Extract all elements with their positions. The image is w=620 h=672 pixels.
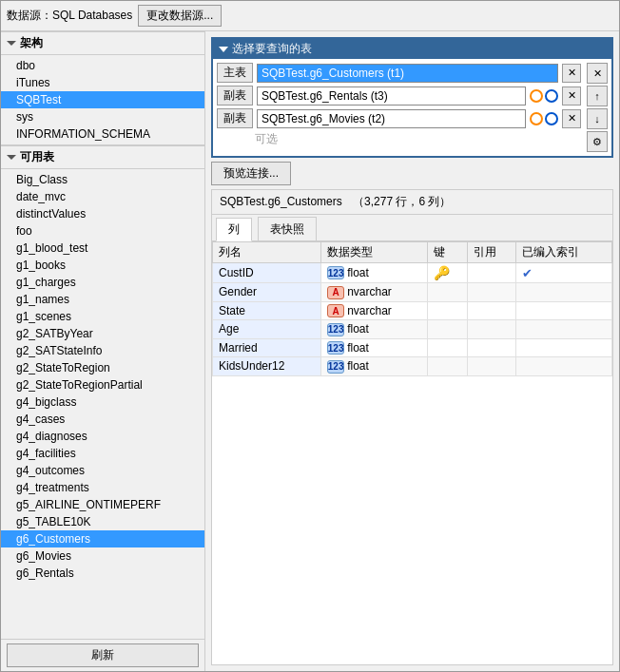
table-item-g4-treatments[interactable]: g4_treatments bbox=[1, 479, 204, 496]
sub-table-row-2: 副表 SQBTest.g6_Movies (t2) ✕ bbox=[217, 108, 581, 128]
main-table-name: SQBTest.g6_Customers (t1) bbox=[257, 64, 558, 83]
sub-table-name-2: SQBTest.g6_Movies (t2) bbox=[257, 109, 526, 128]
table-item-g2-satstateinfo[interactable]: g2_SATStateInfo bbox=[1, 342, 204, 359]
col-key-married bbox=[427, 338, 467, 357]
table-list: Big_Class date_mvc distinctValues foo g1… bbox=[1, 169, 204, 639]
main-table-row: 主表 SQBTest.g6_Customers (t1) ✕ bbox=[217, 63, 581, 83]
table-item-foo[interactable]: foo bbox=[1, 222, 204, 240]
check-icon: ✔ bbox=[522, 266, 533, 280]
table-info-title: SQBTest.g6_Customers bbox=[220, 195, 342, 208]
col-ref-state bbox=[467, 301, 515, 320]
table-item-big-class[interactable]: Big_Class bbox=[1, 171, 204, 188]
table-item-g1-blood-test[interactable]: g1_blood_test bbox=[1, 240, 204, 257]
col-indexed-custid: ✔ bbox=[515, 263, 611, 283]
table-item-g5-airline[interactable]: g5_AIRLINE_ONTIMEPERF bbox=[1, 496, 204, 513]
table-item-g1-charges[interactable]: g1_charges bbox=[1, 274, 204, 291]
numeric-type-icon: 123 bbox=[327, 360, 344, 374]
table-item-g4-diagnoses[interactable]: g4_diagnoses bbox=[1, 428, 204, 445]
col-header-ref: 引用 bbox=[467, 242, 515, 263]
sub-table-2-close-btn[interactable]: ✕ bbox=[562, 109, 581, 128]
sub-table-btn-2[interactable]: 副表 bbox=[217, 108, 253, 128]
action-btn-up[interactable]: ↑ bbox=[587, 86, 608, 106]
refresh-btn-container: 刷新 bbox=[1, 639, 204, 671]
col-ref-age bbox=[467, 320, 515, 339]
col-key-kidsunder12 bbox=[427, 357, 467, 376]
col-header-indexed: 已编入索引 bbox=[515, 242, 611, 263]
refresh-button[interactable]: 刷新 bbox=[7, 643, 199, 667]
blue-circle-icon-1 bbox=[545, 89, 558, 103]
table-info-header: SQBTest.g6_Customers （3,277 行，6 列） bbox=[212, 190, 612, 215]
table-item-g2-satbyyear[interactable]: g2_SATByYear bbox=[1, 325, 204, 342]
table-section-label: 可用表 bbox=[20, 149, 54, 165]
table-item-g4-facilities[interactable]: g4_facilities bbox=[1, 445, 204, 462]
sub-table-1-close-btn[interactable]: ✕ bbox=[562, 86, 581, 106]
table-select-triangle-icon bbox=[219, 47, 228, 52]
main-table-btn[interactable]: 主表 bbox=[217, 63, 253, 83]
change-datasource-button[interactable]: 更改数据源... bbox=[138, 5, 222, 27]
sub-table-row-1: 副表 SQBTest.g6_Rentals (t3) ✕ bbox=[217, 86, 581, 106]
col-header-type: 数据类型 bbox=[321, 242, 428, 263]
schema-item-sys[interactable]: sys bbox=[1, 108, 204, 125]
col-type-custid: 123float bbox=[321, 263, 428, 283]
tab-columns[interactable]: 列 bbox=[216, 218, 252, 241]
numeric-type-icon: 123 bbox=[327, 341, 344, 355]
col-key-age bbox=[427, 320, 467, 339]
col-type-age: 123float bbox=[321, 320, 428, 339]
top-bar: 数据源：SQL Databases 更改数据源... bbox=[1, 1, 619, 31]
table-item-g5-table10k[interactable]: g5_TABLE10K bbox=[1, 513, 204, 530]
table-item-g6-rentals[interactable]: g6_Rentals bbox=[1, 565, 204, 582]
table-info-tabs: 列 表快照 bbox=[212, 215, 612, 241]
key-icon: 🔑 bbox=[434, 265, 450, 280]
table-item-g4-outcomes[interactable]: g4_outcomes bbox=[1, 462, 204, 479]
col-name-kidsunder12: KidsUnder12 bbox=[213, 357, 321, 376]
table-section-header: 可用表 bbox=[1, 145, 204, 169]
schema-item-information-schema[interactable]: INFORMATION_SCHEMA bbox=[1, 125, 204, 143]
sub-table-btn-1[interactable]: 副表 bbox=[217, 86, 253, 106]
table-item-g4-cases[interactable]: g4_cases bbox=[1, 411, 204, 428]
schema-section-header: 架构 bbox=[1, 31, 204, 55]
col-indexed-gender bbox=[515, 283, 611, 302]
table-item-g6-movies[interactable]: g6_Movies bbox=[1, 547, 204, 565]
sub-table-name-1: SQBTest.g6_Rentals (t3) bbox=[257, 86, 526, 106]
col-name-custid: CustID bbox=[213, 263, 321, 283]
table-item-g2-statetoregionpartial[interactable]: g2_StateToRegionPartial bbox=[1, 376, 204, 394]
tab-snapshot[interactable]: 表快照 bbox=[258, 217, 317, 240]
schema-list: dbo iTunes SQBTest sys INFORMATION_SCHEM… bbox=[1, 55, 204, 145]
col-key-gender bbox=[427, 283, 467, 302]
col-indexed-kidsunder12 bbox=[515, 357, 611, 376]
table-select-header: 选择要查询的表 bbox=[213, 39, 611, 59]
table-item-g1-names[interactable]: g1_names bbox=[1, 291, 204, 308]
column-table: 列名 数据类型 键 引用 已编入索引 CustID123float🔑✔Gende… bbox=[212, 241, 612, 376]
action-btn-down[interactable]: ↓ bbox=[587, 108, 608, 129]
table-triangle-icon bbox=[7, 155, 16, 160]
table-item-g4-bigclass[interactable]: g4_bigclass bbox=[1, 394, 204, 411]
col-key-custid: 🔑 bbox=[427, 263, 467, 283]
column-table-container: 列名 数据类型 键 引用 已编入索引 CustID123float🔑✔Gende… bbox=[212, 241, 612, 664]
table-item-date-mvc[interactable]: date_mvc bbox=[1, 188, 204, 205]
table-item-g1-books[interactable]: g1_books bbox=[1, 257, 204, 274]
col-name-age: Age bbox=[213, 320, 321, 339]
action-btn-gear[interactable]: ⚙ bbox=[587, 131, 608, 152]
sub-table-1-icons bbox=[530, 89, 558, 103]
table-select-area: 选择要查询的表 主表 SQBTest.g6_Customers (t1) ✕ 副… bbox=[211, 37, 613, 158]
schema-item-sqbtest[interactable]: SQBTest bbox=[1, 91, 204, 108]
col-name-gender: Gender bbox=[213, 283, 321, 302]
right-panel: 选择要查询的表 主表 SQBTest.g6_Customers (t1) ✕ 副… bbox=[205, 31, 619, 671]
table-item-g2-statetoregion[interactable]: g2_StateToRegion bbox=[1, 359, 204, 376]
col-type-married: 123float bbox=[321, 338, 428, 357]
col-header-key: 键 bbox=[427, 242, 467, 263]
col-name-married: Married bbox=[213, 338, 321, 357]
optional-label: 可选 bbox=[217, 131, 278, 147]
col-type-gender: Anvarchar bbox=[321, 283, 428, 302]
action-btn-close-top[interactable]: ✕ bbox=[587, 63, 608, 84]
main-table-close-btn[interactable]: ✕ bbox=[562, 64, 581, 83]
col-ref-kidsunder12 bbox=[467, 357, 515, 376]
schema-item-dbo[interactable]: dbo bbox=[1, 57, 204, 74]
table-item-g6-customers[interactable]: g6_Customers bbox=[1, 530, 204, 547]
string-type-icon: A bbox=[327, 286, 344, 299]
schema-item-itunes[interactable]: iTunes bbox=[1, 74, 204, 91]
preview-connect-button[interactable]: 预览连接... bbox=[211, 162, 291, 185]
sub-table-2-icons bbox=[530, 112, 558, 125]
table-item-distinct-values[interactable]: distinctValues bbox=[1, 205, 204, 222]
table-item-g1-scenes[interactable]: g1_scenes bbox=[1, 308, 204, 325]
